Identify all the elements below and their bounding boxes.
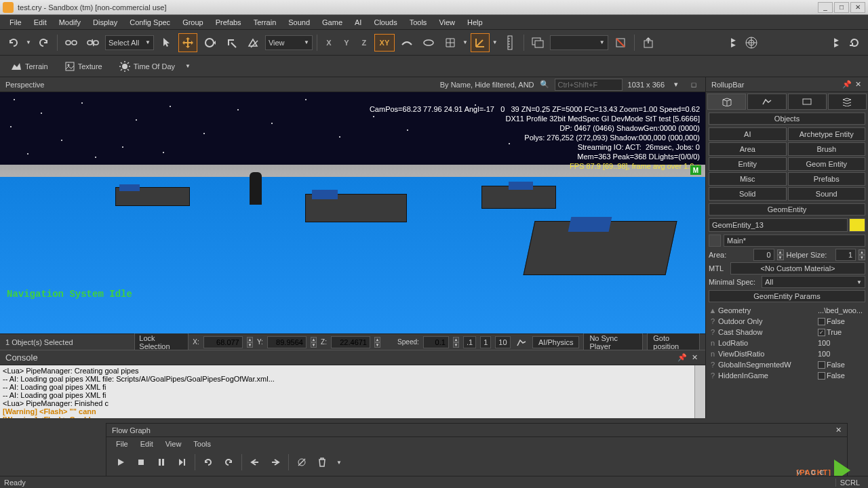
- select-combo[interactable]: Select All▼: [105, 35, 154, 50]
- viewport[interactable]: CamPos=68.23 77.96 24.91 Angl=-17 0 39 Z…: [0, 92, 705, 333]
- rotate-tool[interactable]: [200, 33, 219, 52]
- helper-input[interactable]: 1: [835, 249, 856, 261]
- objects-header[interactable]: Objects: [709, 113, 865, 125]
- fg-delete-button[interactable]: [313, 453, 331, 471]
- layer-icon[interactable]: [709, 235, 721, 247]
- axis-z[interactable]: Z: [357, 34, 372, 52]
- menu-ai[interactable]: AI: [349, 17, 367, 28]
- menu-display[interactable]: Display: [87, 17, 123, 28]
- menu-edit[interactable]: Edit: [28, 17, 52, 28]
- z-input[interactable]: [331, 336, 370, 348]
- param-geometry[interactable]: ▲Geometry...\bed_woo...: [709, 305, 865, 316]
- viewport-toggle-1[interactable]: ▾: [670, 79, 682, 91]
- obj-geomentity[interactable]: Geom Entity: [788, 157, 866, 171]
- param-lodratio[interactable]: nLodRatio100: [709, 338, 865, 348]
- move-tool[interactable]: [178, 33, 197, 52]
- view-combo[interactable]: View▼: [265, 35, 313, 50]
- close-button[interactable]: ✕: [850, 2, 865, 13]
- snap-angle-button[interactable]: [471, 33, 490, 52]
- params-header[interactable]: GeomEntity Params: [709, 290, 865, 302]
- fg-play-button[interactable]: [112, 453, 130, 471]
- menu-sound[interactable]: Sound: [283, 17, 315, 28]
- console-close-button[interactable]: ✕: [689, 352, 700, 363]
- freeze-button[interactable]: [611, 33, 630, 52]
- menu-file[interactable]: File: [4, 17, 27, 28]
- menu-modify[interactable]: Modify: [54, 17, 86, 28]
- layer-name[interactable]: Main*: [724, 235, 865, 247]
- fg-forward-button[interactable]: [267, 453, 284, 471]
- search-input[interactable]: [555, 79, 623, 91]
- viewport-mode[interactable]: Perspective: [5, 81, 44, 89]
- x-spinner[interactable]: ▲▼: [247, 337, 253, 348]
- obj-entity[interactable]: Entity: [709, 157, 787, 171]
- console-scrollbar[interactable]: [694, 365, 705, 418]
- entity-color[interactable]: [849, 218, 865, 232]
- terrain-snap-icon[interactable]: [515, 336, 528, 349]
- menu-configspec[interactable]: Config Spec: [124, 17, 176, 28]
- lock-selection-button[interactable]: Lock Selection: [134, 332, 189, 352]
- geomentity-header[interactable]: GeomEntity: [709, 203, 865, 216]
- fg-breakpoint-button[interactable]: [293, 453, 311, 471]
- snap-grid-button[interactable]: [441, 33, 460, 52]
- speed-input[interactable]: [423, 336, 449, 348]
- fg-redo-button[interactable]: [220, 453, 237, 471]
- axis-y[interactable]: Y: [339, 34, 354, 52]
- rollup-tab-4[interactable]: [828, 94, 867, 110]
- undo-button[interactable]: [4, 33, 23, 52]
- ai-physics-button[interactable]: AI/Physics: [532, 336, 579, 348]
- export-button[interactable]: [639, 33, 658, 52]
- console-body[interactable]: <Lua> PipeManager: Creating goal pipes -…: [0, 365, 705, 418]
- obj-misc[interactable]: Misc: [709, 172, 787, 186]
- menu-game[interactable]: Game: [317, 17, 348, 28]
- rollup-close-button[interactable]: ✕: [853, 80, 863, 89]
- area-spinner[interactable]: ▲▼: [777, 249, 784, 260]
- snap-terrain-button[interactable]: [397, 33, 416, 52]
- snap-geometry-button[interactable]: [419, 33, 438, 52]
- mtl-value[interactable]: <No Custom Material>: [730, 262, 865, 274]
- select-terrain-tool[interactable]: [243, 33, 262, 52]
- rollup-tab-2[interactable]: [747, 94, 786, 110]
- layers-button[interactable]: [528, 33, 547, 52]
- select-tool[interactable]: [157, 33, 176, 52]
- menu-clouds[interactable]: Clouds: [368, 17, 402, 28]
- fg-stop-button[interactable]: [132, 453, 150, 471]
- minimize-button[interactable]: _: [818, 2, 833, 13]
- obj-area[interactable]: Area: [709, 142, 787, 156]
- menu-prefabs[interactable]: Prefabs: [210, 17, 247, 28]
- ruler-button[interactable]: [500, 33, 519, 52]
- obj-archetype[interactable]: Archetype Entity: [788, 127, 866, 141]
- timeofday-button[interactable]: Time Of Day: [113, 57, 181, 76]
- flowgraph-close-button[interactable]: ✕: [835, 426, 842, 434]
- menu-help[interactable]: Help: [462, 17, 488, 28]
- fg-step-button[interactable]: [173, 453, 191, 471]
- redo-button[interactable]: [34, 33, 53, 52]
- param-castshadow[interactable]: ?Cast Shadow✓True: [709, 327, 865, 338]
- obj-ai[interactable]: AI: [709, 127, 787, 141]
- scale-tool[interactable]: [222, 33, 241, 52]
- speed-1[interactable]: 1: [480, 336, 491, 348]
- fg-menu-file[interactable]: File: [111, 439, 134, 449]
- menu-group[interactable]: Group: [177, 17, 209, 28]
- axis-x[interactable]: X: [321, 34, 336, 52]
- rollup-pin-button[interactable]: 📌: [842, 80, 852, 89]
- helper-spinner[interactable]: ▲▼: [859, 249, 865, 260]
- param-viewdist[interactable]: nViewDistRatio100: [709, 348, 865, 359]
- obj-prefabs[interactable]: Prefabs: [788, 172, 866, 186]
- console-pin-button[interactable]: 📌: [677, 352, 688, 363]
- axis-xy[interactable]: XY: [374, 34, 395, 52]
- z-spinner[interactable]: ▲▼: [374, 337, 380, 348]
- param-outdooronly[interactable]: ?Outdoor OnlyFalse: [709, 316, 865, 327]
- texture-button[interactable]: Texture: [58, 57, 108, 76]
- speed-01[interactable]: .1: [463, 336, 476, 348]
- fg-back-button[interactable]: [246, 453, 264, 471]
- obj-brush[interactable]: Brush: [788, 142, 866, 156]
- fg-undo-button[interactable]: [199, 453, 217, 471]
- entity-name-input[interactable]: [709, 218, 848, 232]
- toolbar-overflow-2[interactable]: ▶▶: [834, 38, 842, 47]
- link-button[interactable]: [62, 33, 81, 52]
- minspec-combo[interactable]: All▼: [762, 276, 865, 288]
- obj-solid[interactable]: Solid: [709, 187, 787, 201]
- toolbar-overflow[interactable]: ▶▶: [731, 38, 739, 47]
- fg-menu-edit[interactable]: Edit: [135, 439, 159, 449]
- area-input[interactable]: 0: [753, 249, 774, 261]
